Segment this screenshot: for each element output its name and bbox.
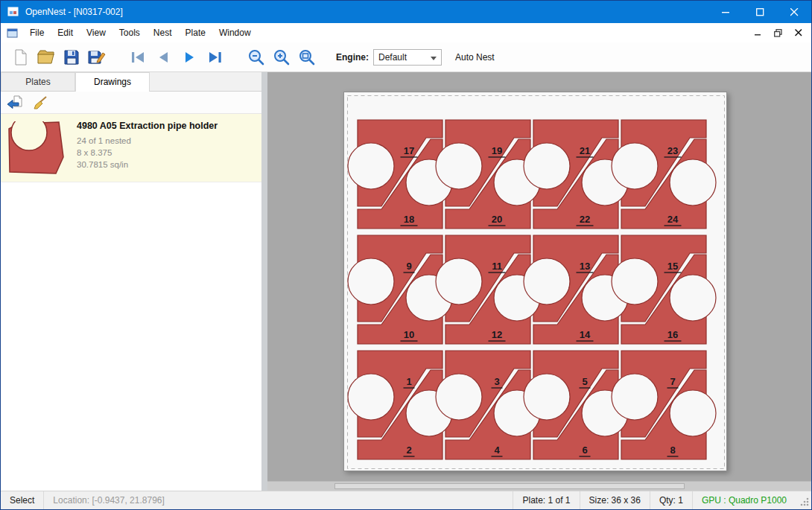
part-number: 10 bbox=[404, 329, 414, 340]
menu-bar: File Edit View Tools Nest Plate Window bbox=[1, 23, 811, 42]
part-number: 13 bbox=[580, 261, 590, 272]
part-circular-notch bbox=[348, 143, 394, 189]
menu-window[interactable]: Window bbox=[212, 23, 258, 42]
part-circular-notch bbox=[348, 374, 394, 420]
window-title: OpenNest - [N0317-002] bbox=[25, 7, 123, 17]
part-number: 7 bbox=[670, 376, 675, 387]
menu-tools[interactable]: Tools bbox=[112, 23, 147, 42]
first-plate-button[interactable] bbox=[126, 45, 151, 69]
part-circular-notch bbox=[524, 143, 570, 189]
status-mode: Select bbox=[1, 491, 43, 509]
save-edit-icon bbox=[87, 48, 107, 66]
zoom-fit-icon bbox=[297, 48, 317, 67]
nesting-canvas[interactable]: 171819202122232491011121314151612345678 bbox=[267, 72, 811, 491]
open-button[interactable] bbox=[34, 45, 59, 69]
part-circular-notch bbox=[612, 143, 658, 189]
horizontal-scrollbar[interactable] bbox=[267, 481, 811, 491]
maximize-button[interactable] bbox=[743, 1, 777, 23]
broom-icon bbox=[32, 95, 48, 110]
drawing-nested-count: 24 of 1 nested bbox=[77, 135, 218, 147]
close-icon bbox=[790, 8, 799, 16]
previous-arrow-icon bbox=[154, 48, 174, 66]
part-circular-notch bbox=[612, 258, 658, 305]
document-window-icon bbox=[7, 28, 19, 39]
status-bar: Select Location: [-0.9437, 21.8796] Plat… bbox=[1, 491, 811, 509]
save-as-button[interactable] bbox=[84, 45, 110, 69]
maximize-icon bbox=[756, 8, 764, 16]
part-number: 17 bbox=[404, 145, 414, 156]
part-circular-notch bbox=[670, 275, 716, 321]
part-circular-notch bbox=[524, 374, 570, 420]
status-plate: Plate: 1 of 1 bbox=[513, 491, 579, 509]
mdi-close-button[interactable] bbox=[788, 25, 808, 41]
zoom-fit-button[interactable] bbox=[294, 45, 320, 69]
drawing-thumbnail bbox=[5, 119, 68, 177]
part-circular-notch bbox=[670, 390, 716, 436]
zoom-in-icon bbox=[272, 48, 291, 67]
first-arrow-icon bbox=[129, 48, 148, 66]
auto-nest-button[interactable]: Auto Nest bbox=[455, 52, 495, 63]
mdi-restore-icon bbox=[774, 29, 782, 37]
part-circular-notch bbox=[524, 258, 570, 305]
menu-edit[interactable]: Edit bbox=[51, 23, 80, 42]
status-location: Location: [-0.9437, 21.8796] bbox=[43, 491, 192, 509]
menu-plate[interactable]: Plate bbox=[179, 23, 212, 42]
part-number: 2 bbox=[406, 444, 411, 456]
tab-plates[interactable]: Plates bbox=[1, 72, 75, 91]
status-gpu: GPU : Quadro P1000 bbox=[692, 491, 796, 509]
part-number: 21 bbox=[580, 145, 590, 156]
status-qty: Qty: 1 bbox=[650, 491, 692, 509]
part-circular-notch bbox=[348, 258, 394, 305]
horizontal-scrollbar-thumb[interactable] bbox=[334, 483, 685, 489]
part-number: 16 bbox=[667, 329, 678, 340]
part-circular-notch bbox=[436, 374, 482, 420]
mdi-minimize-icon bbox=[755, 29, 762, 36]
part-number: 19 bbox=[492, 145, 502, 156]
menu-view[interactable]: View bbox=[80, 23, 112, 42]
tab-drawings[interactable]: Drawings bbox=[75, 72, 150, 92]
resize-grip-icon[interactable] bbox=[799, 496, 810, 509]
save-floppy-icon bbox=[63, 48, 80, 66]
part-number: 18 bbox=[404, 214, 414, 225]
part-number: 24 bbox=[667, 214, 679, 225]
open-folder-icon bbox=[37, 48, 56, 66]
arrow-left-page-icon bbox=[7, 95, 23, 110]
clear-button[interactable] bbox=[30, 94, 51, 112]
menu-nest[interactable]: Nest bbox=[147, 23, 179, 42]
part-number: 1 bbox=[406, 376, 411, 387]
part-number: 23 bbox=[667, 145, 678, 156]
part-number: 22 bbox=[580, 214, 590, 225]
part-number: 20 bbox=[492, 214, 502, 225]
menu-file[interactable]: File bbox=[23, 23, 51, 42]
mdi-restore-button[interactable] bbox=[768, 25, 788, 41]
move-to-plates-button[interactable] bbox=[4, 94, 25, 112]
save-button[interactable] bbox=[59, 45, 84, 69]
previous-plate-button[interactable] bbox=[151, 45, 177, 69]
part-number: 9 bbox=[406, 261, 411, 272]
new-page-icon bbox=[12, 48, 30, 66]
drawing-list-item[interactable]: 4980 A05 Extraction pipe holder 24 of 1 … bbox=[1, 114, 261, 182]
minimize-button[interactable] bbox=[708, 1, 743, 23]
plate[interactable]: 171819202122232491011121314151612345678 bbox=[343, 92, 727, 471]
new-button[interactable] bbox=[8, 45, 34, 69]
plate-svg[interactable]: 171819202122232491011121314151612345678 bbox=[344, 92, 728, 472]
engine-value: Default bbox=[378, 52, 407, 63]
zoom-out-icon bbox=[247, 48, 266, 67]
left-panel: Plates Drawings 4980 A05 Extraction pipe… bbox=[1, 72, 261, 491]
part-circular-notch bbox=[612, 374, 658, 420]
zoom-in-button[interactable] bbox=[269, 45, 294, 69]
drawings-toolbar bbox=[1, 92, 261, 114]
zoom-out-button[interactable] bbox=[244, 45, 269, 69]
panel-splitter[interactable] bbox=[261, 72, 267, 491]
last-plate-button[interactable] bbox=[202, 45, 227, 69]
app-icon bbox=[7, 6, 19, 18]
part-number: 15 bbox=[667, 261, 678, 272]
title-bar: OpenNest - [N0317-002] bbox=[1, 1, 811, 23]
close-button[interactable] bbox=[777, 1, 811, 23]
panel-tabstrip: Plates Drawings bbox=[1, 72, 261, 92]
next-plate-button[interactable] bbox=[177, 45, 202, 69]
mdi-minimize-button[interactable] bbox=[748, 25, 768, 41]
drawing-title: 4980 A05 Extraction pipe holder bbox=[77, 121, 218, 131]
engine-select[interactable]: Default bbox=[373, 49, 442, 66]
part-circular-notch bbox=[436, 258, 482, 305]
